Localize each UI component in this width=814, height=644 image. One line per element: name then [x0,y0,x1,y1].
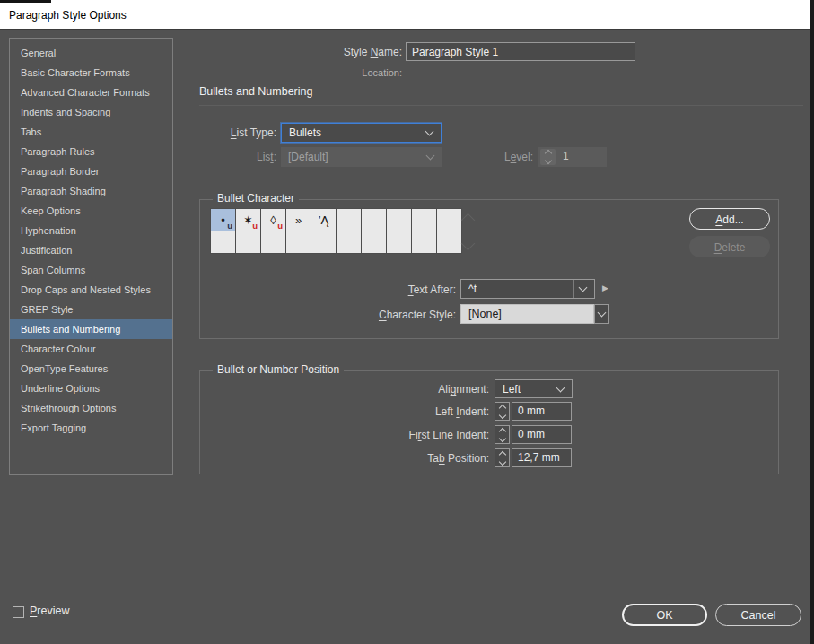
bullet-position-group: Bullet or Number Position [199,370,779,474]
level-value: 1 [557,148,569,167]
window-title: Paragraph Style Options [9,3,127,29]
list-value: [Default] [288,151,422,163]
bullet-cell-1[interactable]: •u [211,209,235,231]
sidebar-item-opentype-features[interactable]: OpenType Features [10,359,172,379]
character-style-dropdown-button[interactable] [594,304,609,324]
style-name-label: Style Name: [269,45,402,60]
list-type-dropdown[interactable]: Bullets [281,123,442,143]
sidebar-item-keep-options[interactable]: Keep Options [10,201,172,221]
tab-position-value[interactable]: 12,7 mm [512,448,572,467]
left-indent-value[interactable]: 0 mm [512,402,572,421]
bullet-cell-empty-7[interactable] [362,209,386,231]
list-type-label: List Type: [162,126,276,141]
paragraph-style-options-dialog: Paragraph Style Options GeneralBasic Cha… [0,0,814,644]
preview-checkbox[interactable] [13,606,24,618]
bullet-cell-empty-16[interactable] [337,231,361,253]
sidebar-item-justification[interactable]: Justification [10,240,172,260]
section-title: Bullets and Numbering [199,85,312,98]
sidebar-item-bullets-and-numbering[interactable]: Bullets and Numbering [10,319,172,339]
window-titlebar: Paragraph Style Options [0,0,810,30]
unicode-flag: u [227,222,232,231]
bullet-cell-empty-8[interactable] [387,209,411,231]
stepper-arrows-icon[interactable] [495,448,510,467]
bullet-cell-empty-11[interactable] [211,231,235,253]
text-after-value: ^t [468,283,573,295]
character-style-label: Character Style: [314,308,456,323]
sidebar-item-indents-and-spacing[interactable]: Indents and Spacing [10,102,172,122]
sidebar-item-tabs[interactable]: Tabs [10,122,172,142]
delete-button: Delete [689,236,770,257]
bullet-cell-empty-15[interactable] [311,231,336,253]
stepper-arrows-icon[interactable] [495,402,510,421]
chevron-down-icon [426,152,435,161]
bullet-cell-empty-17[interactable] [362,231,386,253]
bullet-cell-2[interactable]: ✶u [236,209,260,231]
sidebar-item-paragraph-rules[interactable]: Paragraph Rules [10,142,172,161]
text-after-label: Text After: [341,283,456,298]
bullet-cell-3[interactable]: ◊u [261,209,285,231]
sidebar-item-span-columns[interactable]: Span Columns [10,260,172,280]
bullet-glyph: » [295,214,302,226]
sidebar-item-strikethrough-options[interactable]: Strikethrough Options [10,398,172,418]
chevron-down-icon [425,127,434,136]
bullet-cell-empty-18[interactable] [387,231,411,253]
bullet-cell-4[interactable]: » [286,209,311,231]
first-line-indent-stepper[interactable]: 0 mm [495,425,572,444]
sidebar-item-character-colour[interactable]: Character Colour [10,339,172,359]
left-indent-stepper[interactable]: 0 mm [495,402,572,421]
sidebar-item-underline-options[interactable]: Underline Options [10,379,172,398]
level-label: Level: [467,150,533,165]
bullet-cell-empty-20[interactable] [437,231,461,253]
section-divider [199,105,803,106]
list-dropdown: [Default] [281,147,442,167]
alignment-dropdown[interactable]: Left [495,379,573,398]
tab-position-label: Tab Position: [363,451,489,466]
bullet-cell-empty-9[interactable] [412,209,436,231]
combo-divider [573,280,574,298]
first-line-indent-label: First Line Indent: [363,428,489,443]
chevron-down-icon [579,283,588,292]
screen-right-edge [810,0,814,644]
sidebar-item-general[interactable]: General [10,43,172,63]
chevron-down-icon [556,383,565,392]
bullet-cell-5[interactable]: ’Ą [311,209,336,231]
cancel-button[interactable]: Cancel [715,604,801,626]
add-button[interactable]: Add... [689,208,770,230]
text-after-combo[interactable]: ^t [460,279,595,299]
sidebar-item-paragraph-shading[interactable]: Paragraph Shading [10,181,172,201]
stepper-arrows-icon [540,149,556,165]
chevron-down-icon [598,309,607,318]
left-indent-label: Left Indent: [363,405,489,420]
tab-position-stepper[interactable]: 12,7 mm [495,448,572,467]
sidebar-item-advanced-character-formats[interactable]: Advanced Character Formats [10,83,172,102]
bullet-position-group-title: Bullet or Number Position [213,363,344,376]
bullet-cell-empty-6[interactable] [337,209,361,231]
sidebar-item-export-tagging[interactable]: Export Tagging [10,418,172,438]
bullet-cell-empty-10[interactable] [437,209,461,231]
bullet-cell-empty-13[interactable] [261,231,285,253]
text-after-flyout-icon[interactable]: ▶ [602,283,608,292]
bullet-cell-empty-19[interactable] [412,231,436,253]
bullet-cell-empty-12[interactable] [236,231,260,253]
unicode-flag: u [277,222,283,231]
sidebar-item-paragraph-border[interactable]: Paragraph Border [10,161,172,181]
sidebar-item-basic-character-formats[interactable]: Basic Character Formats [10,63,172,83]
bullet-cell-empty-14[interactable] [286,231,311,253]
level-stepper: 1 [538,147,607,167]
ok-button[interactable]: OK [622,604,707,626]
window-corner-artifact [0,0,51,3]
preview-label: Preview [30,605,69,617]
alignment-value: Left [503,383,552,396]
stepper-arrows-icon[interactable] [495,425,510,444]
style-name-input[interactable] [406,42,635,61]
list-type-value: Bullets [289,126,421,139]
sidebar-item-hyphenation[interactable]: Hyphenation [10,221,172,240]
bullet-glyph: ◊ [270,214,276,226]
first-line-indent-value[interactable]: 0 mm [512,425,572,444]
sidebar-item-drop-caps-and-nested-styles[interactable]: Drop Caps and Nested Styles [10,280,172,300]
sidebar-item-grep-style[interactable]: GREP Style [10,300,172,319]
character-style-dropdown[interactable]: [None] [460,304,594,324]
alignment-label: Alignment: [363,382,489,397]
location-label: Location: [269,67,402,78]
bullet-character-group-title: Bullet Character [213,192,299,205]
